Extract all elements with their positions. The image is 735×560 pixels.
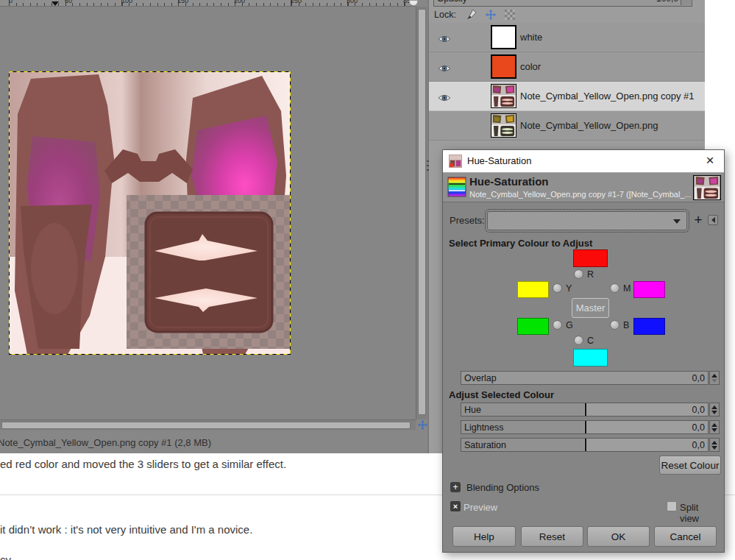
saturation-slider[interactable]: Saturation 0,0 xyxy=(461,438,709,452)
expander-plus-icon[interactable]: + xyxy=(450,482,461,492)
blending-options-expander[interactable]: + Blending Options xyxy=(450,481,539,493)
horizontal-scrollbar[interactable] xyxy=(0,419,416,430)
horizontal-scrollbar-thumb[interactable] xyxy=(1,422,411,429)
horizontal-ruler[interactable]: 0 50 100 150 200 250 300 350 xyxy=(0,0,416,7)
help-button[interactable]: Help xyxy=(452,526,516,547)
save-preset-plus-icon[interactable]: + xyxy=(691,212,706,228)
yellow-swatch[interactable] xyxy=(517,281,549,298)
canvas-image xyxy=(9,71,291,355)
split-view-checkbox[interactable] xyxy=(667,501,677,511)
dialog-header-subtitle: Note_Cymbal_Yellow_Open.png copy #1-7 ([… xyxy=(469,190,692,199)
magenta-swatch[interactable] xyxy=(633,281,665,298)
hue-slider-row: Hue 0,0 xyxy=(461,403,718,417)
dialog-titlebar[interactable]: Hue-Saturation × xyxy=(443,150,724,172)
ruler-number: 300 xyxy=(347,0,358,4)
green-swatch[interactable] xyxy=(517,318,549,335)
master-button[interactable]: Master xyxy=(572,298,609,318)
presets-label: Presets: xyxy=(450,215,485,226)
preview-checkbox[interactable]: × xyxy=(450,501,461,511)
split-view-label: Split view xyxy=(680,502,718,524)
ruler-number: 150 xyxy=(177,0,188,4)
hue-label: Hue xyxy=(464,405,481,415)
saturation-value: 0,0 xyxy=(692,440,705,450)
cyan-swatch[interactable] xyxy=(573,349,608,366)
layer-row-white[interactable]: white xyxy=(429,23,705,52)
presets-menu-icon[interactable] xyxy=(708,215,718,225)
layer-thumbnail-texture-yellow[interactable] xyxy=(491,113,516,138)
lock-position-move-icon[interactable] xyxy=(486,10,496,20)
vertical-scrollbar[interactable] xyxy=(416,7,427,419)
navigation-icon[interactable] xyxy=(416,419,428,430)
ruler-number: 250 xyxy=(291,0,302,4)
lightness-slider[interactable]: Lightness 0,0 xyxy=(461,420,709,434)
layer-thumbnail-white[interactable] xyxy=(491,25,516,49)
layer-name[interactable]: white xyxy=(520,32,542,43)
radio-magenta-label: M xyxy=(623,283,631,294)
opacity-slider[interactable]: Opacity 100,0 xyxy=(433,0,692,7)
radio-cyan[interactable] xyxy=(574,336,583,345)
layer-name[interactable]: Note_Cymbal_Yellow_Open.png copy #1 xyxy=(520,91,695,102)
adjust-colour-section-title: Adjust Selected Colour xyxy=(449,389,554,400)
saturation-spinner[interactable] xyxy=(709,438,720,452)
dialog-header-title: Hue-Saturation xyxy=(469,175,549,188)
visibility-eye-icon[interactable] xyxy=(438,63,451,71)
saturation-label: Saturation xyxy=(464,440,506,450)
hue-saturation-dialog: Hue-Saturation × Hu xyxy=(442,149,725,553)
layer-row-color[interactable]: color xyxy=(429,52,705,82)
close-icon[interactable]: × xyxy=(702,152,718,169)
hue-slider[interactable]: Hue 0,0 xyxy=(461,403,709,417)
radio-cyan-label: C xyxy=(587,336,594,346)
opacity-spinner[interactable] xyxy=(681,0,691,5)
layers-list: white color xyxy=(429,23,705,141)
layer-thumbnail-texture-magenta[interactable] xyxy=(491,84,516,108)
layer-name[interactable]: color xyxy=(520,61,541,72)
layer-name[interactable]: Note_Cymbal_Yellow_Open.png xyxy=(520,120,658,131)
red-swatch[interactable] xyxy=(573,249,608,267)
forum-text-line: it didn’t work : it's not very intuitive… xyxy=(0,523,252,536)
lightness-label: Lightness xyxy=(464,422,504,433)
overlap-slider[interactable]: Overlap 0,0 xyxy=(461,371,709,385)
cancel-button[interactable]: Cancel xyxy=(654,526,717,547)
ruler-number: 0 xyxy=(9,0,13,4)
layer-row-original[interactable]: Note_Cymbal_Yellow_Open.png xyxy=(429,111,705,141)
visibility-eye-icon[interactable] xyxy=(438,92,451,101)
overlap-value: 0,0 xyxy=(692,373,705,383)
lightness-spinner[interactable] xyxy=(709,420,720,434)
lock-label: Lock: xyxy=(434,10,456,20)
radio-yellow[interactable] xyxy=(553,283,562,293)
ok-button[interactable]: OK xyxy=(587,526,650,547)
overlap-label: Overlap xyxy=(464,373,497,383)
lock-alpha-icon[interactable] xyxy=(505,10,515,20)
status-text: Note_Cymbal_Yellow_Open.png copy #1 (2,8… xyxy=(0,437,211,448)
radio-red[interactable] xyxy=(574,269,583,279)
reset-button[interactable]: Reset xyxy=(521,526,583,547)
ruler-pointer-marker xyxy=(52,1,59,6)
slider-center-marker xyxy=(585,403,586,417)
lightness-value: 0,0 xyxy=(692,422,705,433)
ruler-corner-widget[interactable] xyxy=(409,0,418,6)
dialog-title: Hue-Saturation xyxy=(467,155,531,166)
radio-blue[interactable] xyxy=(610,320,619,330)
hue-spinner[interactable] xyxy=(709,403,720,417)
overlap-slider-row: Overlap 0,0 xyxy=(461,371,718,385)
vertical-scrollbar-thumb[interactable] xyxy=(418,9,426,415)
radio-green[interactable] xyxy=(553,320,562,330)
lightness-slider-row: Lightness 0,0 xyxy=(461,420,718,434)
layer-row-copy1-selected[interactable]: Note_Cymbal_Yellow_Open.png copy #1 xyxy=(429,82,705,111)
canvas-viewport[interactable] xyxy=(0,7,416,419)
visibility-eye-icon[interactable] xyxy=(438,33,451,42)
forum-text-line: ed red color and moved the 3 sliders to … xyxy=(0,458,286,470)
radio-blue-label: B xyxy=(623,320,629,330)
layer-thumbnail-color[interactable] xyxy=(491,54,516,79)
presets-dropdown[interactable] xyxy=(487,211,687,230)
reset-colour-button[interactable]: Reset Colour xyxy=(659,456,721,475)
blending-options-label: Blending Options xyxy=(466,482,539,493)
saturation-slider-row: Saturation 0,0 xyxy=(461,438,718,452)
forum-text-partial: cy xyxy=(0,553,11,560)
lock-pixels-brush-icon[interactable] xyxy=(466,10,477,20)
radio-magenta[interactable] xyxy=(610,283,619,293)
blue-swatch[interactable] xyxy=(633,318,665,335)
hue-saturation-tool-icon xyxy=(447,177,466,200)
overlap-spinner[interactable] xyxy=(709,371,720,385)
opacity-label: Opacity xyxy=(437,0,467,4)
